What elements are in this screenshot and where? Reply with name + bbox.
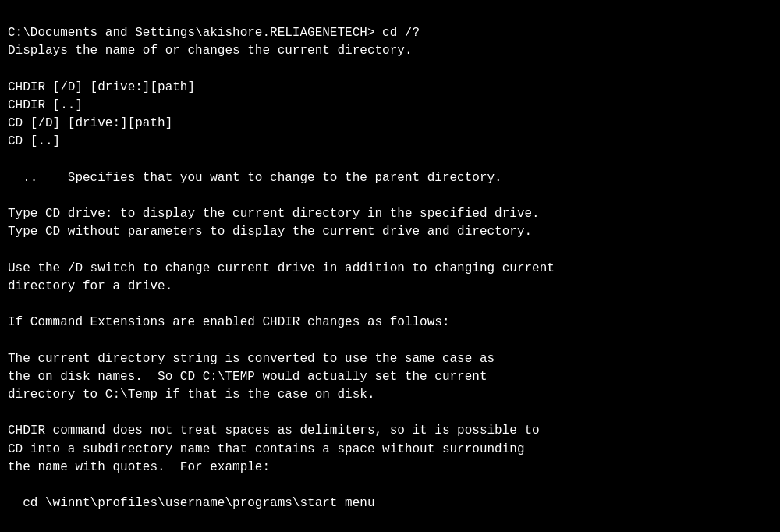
terminal-line: C:\Documents and Settings\akishore.RELIA… <box>8 24 772 42</box>
terminal-line: Type CD without parameters to display th… <box>8 223 772 241</box>
terminal-line <box>8 332 772 349</box>
terminal-line: cd \winnt\profiles\username\programs\sta… <box>8 495 772 512</box>
terminal-line: directory for a drive. <box>8 278 772 296</box>
terminal-line <box>8 187 772 205</box>
terminal-line <box>8 296 772 314</box>
terminal-line: CHDIR [..] <box>8 97 772 115</box>
terminal-line: CD [/D] [drive:][path] <box>8 115 772 133</box>
terminal-line: .. Specifies that you want to change to … <box>8 169 772 187</box>
terminal-line: the on disk names. So CD C:\TEMP would a… <box>8 368 772 386</box>
terminal-line: directory to C:\Temp if that is the case… <box>8 386 772 404</box>
terminal-line <box>8 512 772 530</box>
terminal-line: The current directory string is converte… <box>8 350 772 368</box>
terminal-line <box>8 477 772 495</box>
terminal-line <box>8 241 772 259</box>
terminal-line: CD [..] <box>8 133 772 151</box>
terminal-output: C:\Documents and Settings\akishore.RELIA… <box>8 6 772 532</box>
terminal-line: Type CD drive: to display the current di… <box>8 205 772 223</box>
terminal-line <box>8 151 772 169</box>
terminal-line: the name with quotes. For example: <box>8 459 772 477</box>
terminal-line <box>8 404 772 422</box>
terminal-line: CHDIR [/D] [drive:][path] <box>8 79 772 97</box>
terminal-line <box>8 61 772 79</box>
terminal-line: Use the /D switch to change current driv… <box>8 260 772 278</box>
terminal-line: CHDIR command does not treat spaces as d… <box>8 422 772 440</box>
terminal-line: Displays the name of or changes the curr… <box>8 42 772 60</box>
terminal-line: If Command Extensions are enabled CHDIR … <box>8 314 772 332</box>
terminal-line: CD into a subdirectory name that contain… <box>8 441 772 459</box>
